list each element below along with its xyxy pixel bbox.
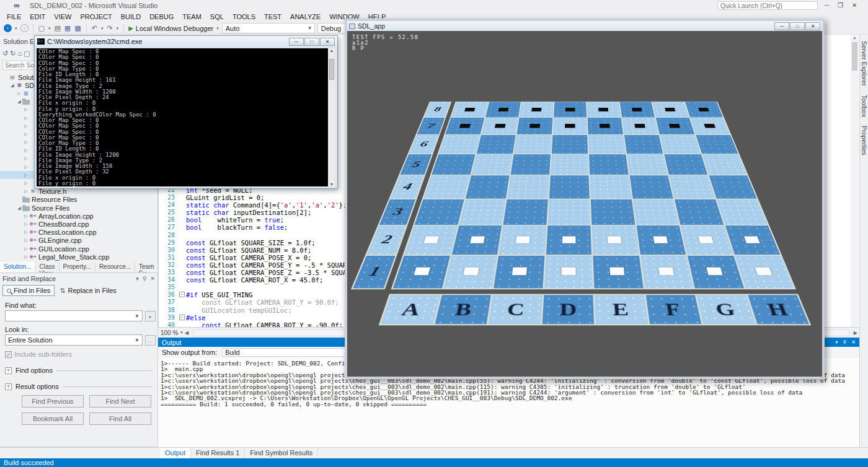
scroll-right-icon[interactable]: ▶	[852, 330, 859, 336]
scroll-up-icon[interactable]: ▲	[851, 35, 859, 40]
board-square[interactable]	[544, 255, 593, 288]
menu-edit[interactable]: EDIT	[25, 12, 50, 22]
tree-item[interactable]: ▷⧺+ChessBoard.cpp	[0, 220, 158, 228]
undo-icon[interactable]: ↶	[91, 24, 98, 32]
right-tab-toolbox[interactable]: Toolbox	[861, 95, 868, 117]
board-square[interactable]	[624, 135, 663, 154]
black-piece[interactable]	[459, 124, 471, 128]
restore-button[interactable]: ❐	[838, 2, 843, 9]
white-piece[interactable]	[744, 236, 760, 243]
black-piece[interactable]	[665, 108, 675, 111]
board-square[interactable]	[404, 225, 457, 255]
back-dropdown-icon[interactable]: ▾	[14, 26, 18, 31]
black-piece[interactable]	[565, 124, 575, 128]
tree-item[interactable]: ▷⧺+ChessLocation.cpp	[0, 229, 158, 237]
tree-item[interactable]: Resource Files	[0, 196, 158, 204]
board-square[interactable]	[516, 118, 552, 134]
board-square[interactable]	[459, 199, 506, 225]
board-square[interactable]	[494, 255, 544, 288]
white-piece[interactable]	[414, 268, 431, 276]
navigate-forward-icon[interactable]: ›	[20, 24, 29, 32]
board-square[interactable]	[652, 102, 689, 117]
result-options-expander[interactable]: +	[5, 383, 12, 390]
sidebar-tab[interactable]: Property...	[60, 262, 95, 273]
zoom-level[interactable]: 100 %	[158, 330, 180, 336]
new-project-icon[interactable]: ▢	[38, 24, 45, 32]
board-square[interactable]	[725, 225, 780, 255]
bottom-tab-find-results-1[interactable]: Find Results 1	[191, 448, 245, 458]
tree-item[interactable]: ▷⧺+ArrayLocation.cpp	[0, 212, 158, 220]
sidebar-tab[interactable]: Team Ex...	[135, 262, 158, 273]
board-square[interactable]	[439, 135, 480, 154]
board-square[interactable]	[660, 135, 701, 154]
board-square[interactable]	[669, 175, 715, 198]
tree-collapse-icon[interactable]: ▷	[23, 189, 29, 194]
include-subfolders-checkbox[interactable]: ✓	[5, 351, 12, 358]
tree-collapse-icon[interactable]: ▷	[23, 156, 29, 161]
editor-vertical-scrollbar[interactable]: ▲	[851, 35, 859, 327]
redo-icon[interactable]: ↷	[106, 24, 113, 32]
board-square[interactable]	[520, 102, 554, 117]
black-piece[interactable]	[464, 108, 475, 111]
board-square[interactable]	[423, 175, 470, 198]
redo-dropdown-icon[interactable]: ▾	[116, 26, 120, 31]
white-piece[interactable]	[755, 268, 773, 276]
white-piece[interactable]	[470, 236, 485, 243]
tree-collapse-icon[interactable]: ▷	[16, 91, 22, 96]
pin-icon[interactable]: ⚲	[843, 339, 846, 345]
pin-icon[interactable]: ⚲	[143, 276, 147, 282]
tree-collapse-icon[interactable]: ▷	[23, 181, 29, 186]
sidebar-tab[interactable]: Class View	[35, 262, 59, 273]
close-button[interactable]: ✕	[852, 2, 857, 9]
board-square[interactable]	[432, 154, 475, 175]
new-dropdown-icon[interactable]: ▾	[48, 26, 51, 31]
board-square[interactable]	[503, 199, 548, 225]
scroll-left-icon[interactable]: ◀	[183, 330, 190, 336]
board-square[interactable]	[552, 118, 587, 134]
watch-combo[interactable]: Auto▼	[222, 23, 315, 33]
board-square[interactable]	[590, 175, 631, 198]
board-square[interactable]	[589, 154, 628, 175]
scroll-down-icon[interactable]: ▼	[328, 182, 335, 186]
undo-dropdown-icon[interactable]: ▾	[100, 26, 104, 31]
tree-collapse-icon[interactable]: ▷	[23, 247, 29, 251]
tree-item[interactable]: ▷⧺+GLEngine.cpp	[0, 237, 158, 245]
white-piece[interactable]	[562, 236, 576, 243]
menu-project[interactable]: PROJECT	[76, 12, 116, 22]
right-tab-properties[interactable]: Properties	[861, 126, 868, 155]
find-options-expander[interactable]: +	[5, 367, 12, 374]
board-square[interactable]	[546, 225, 591, 255]
sidebar-tab[interactable]: Solution...	[0, 262, 35, 273]
right-tab-server-explorer[interactable]: Server Explorer	[861, 41, 868, 86]
black-piece[interactable]	[669, 124, 680, 128]
cmd-title-bar[interactable]: C:\ C:\Windows\system32\cmd.exe ─ □ ✕	[35, 36, 337, 47]
board-square[interactable]	[443, 255, 497, 288]
white-piece[interactable]	[512, 268, 527, 276]
board-square[interactable]	[688, 255, 744, 288]
button-find-next[interactable]: Find Next	[89, 395, 151, 408]
close-button[interactable]: ✕	[805, 22, 820, 30]
white-piece[interactable]	[698, 236, 714, 243]
tree-expanded-icon[interactable]: ◢	[16, 99, 22, 104]
board-square[interactable]	[735, 255, 794, 288]
look-in-combo[interactable]: Entire Solution▼	[5, 334, 143, 346]
board-square[interactable]	[445, 118, 484, 134]
black-piece[interactable]	[495, 124, 506, 128]
board-square[interactable]	[481, 118, 518, 134]
menu-file[interactable]: FILE	[2, 12, 25, 22]
board-square[interactable]	[588, 118, 623, 134]
tab-find-in-files[interactable]: Find in Files	[2, 285, 55, 296]
board-square[interactable]	[551, 135, 588, 154]
board-square[interactable]	[709, 175, 756, 198]
board-square[interactable]	[588, 135, 626, 154]
save-icon[interactable]: ▦	[64, 24, 71, 32]
board-square[interactable]	[587, 102, 621, 117]
board-square[interactable]	[511, 154, 551, 175]
close-button[interactable]: ✕	[320, 38, 335, 46]
board-square[interactable]	[592, 225, 639, 255]
board-square[interactable]	[632, 199, 679, 225]
sdl-app-window[interactable]: SDL_app ─ □ ✕ TEST FPS = 52.50a1a2R P 87…	[345, 19, 825, 379]
tree-item[interactable]: ◢Source Files	[0, 204, 158, 212]
quick-launch-input[interactable]	[717, 1, 818, 10]
menu-sql[interactable]: SQL	[206, 12, 228, 22]
